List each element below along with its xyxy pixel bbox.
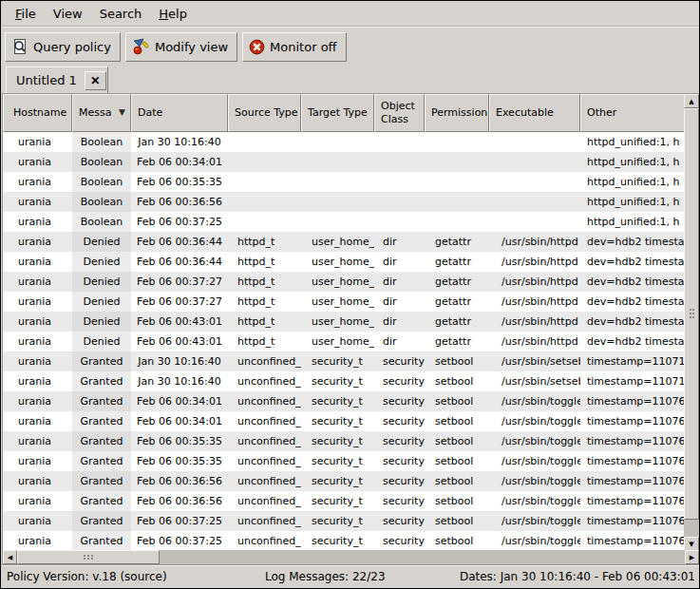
cell-hostname: urania: [3, 252, 72, 272]
column-header-target[interactable]: Target Type: [301, 94, 374, 132]
table-row[interactable]: uraniaGrantedFeb 06 00:36:56unconfined_s…: [3, 491, 686, 511]
modify-view-icon: [132, 38, 150, 55]
cell-message: Boolean: [72, 132, 131, 152]
cell-message: Boolean: [72, 152, 131, 172]
thumb-grip: [690, 309, 694, 319]
column-header-object[interactable]: Object Class: [374, 94, 425, 132]
monitor-off-label: Monitor off: [270, 40, 336, 54]
column-header-hostname[interactable]: Hostname: [3, 94, 72, 132]
column-header-other[interactable]: Other: [580, 94, 686, 132]
column-header-label: Messa: [79, 106, 111, 120]
column-header-executable[interactable]: Executable: [489, 94, 580, 132]
column-header-message[interactable]: Messa▼: [72, 94, 131, 132]
monitor-off-button[interactable]: Monitor off: [242, 32, 346, 62]
scroll-right-button[interactable]: ▶: [685, 550, 699, 564]
cell-target: user_home_: [301, 312, 374, 332]
table-row[interactable]: uraniaGrantedFeb 06 00:35:35unconfined_s…: [3, 431, 686, 451]
cell-permission: getattr: [425, 272, 489, 292]
column-header-label: Object Class: [381, 100, 422, 126]
app-window: File View Search Help Query policy: [0, 0, 700, 589]
column-header-label: Executable: [496, 106, 554, 120]
tab-untitled-1[interactable]: Untitled 1 ✕: [6, 66, 108, 93]
scroll-left-button[interactable]: ◀: [3, 550, 17, 564]
table-row[interactable]: uraniaDeniedFeb 06 00:36:44httpd_tuser_h…: [3, 252, 686, 272]
column-header-date[interactable]: Date: [131, 94, 228, 132]
scroll-left-icon: ◀: [8, 554, 12, 561]
table-row[interactable]: uraniaBooleanFeb 06 00:35:35httpd_unifie…: [3, 172, 686, 192]
cell-permission: setbool: [425, 391, 489, 411]
cell-target: security_t: [301, 391, 374, 411]
menu-file[interactable]: File: [7, 3, 45, 25]
table-row[interactable]: uraniaGrantedFeb 06 00:37:25unconfined_s…: [3, 511, 686, 531]
cell-hostname: urania: [3, 232, 72, 252]
cell-other: timestamp=11076: [580, 471, 686, 491]
table-row[interactable]: uraniaGrantedFeb 06 00:35:35unconfined_s…: [3, 451, 686, 471]
cell-hostname: urania: [3, 312, 72, 332]
cell-date: Jan 30 10:16:40: [131, 352, 228, 371]
cell-message: Denied: [72, 292, 131, 312]
cell-other: timestamp=11076: [580, 511, 686, 531]
cell-message: Boolean: [72, 192, 131, 212]
table-row[interactable]: uraniaDeniedFeb 06 00:36:44httpd_tuser_h…: [3, 232, 686, 252]
cell-object: dir: [374, 292, 425, 312]
cell-target: [301, 192, 374, 212]
cell-message: Granted: [72, 451, 131, 471]
table-row[interactable]: uraniaDeniedFeb 06 00:37:27httpd_tuser_h…: [3, 292, 686, 312]
column-header-label: Other: [587, 106, 616, 120]
cell-message: Granted: [72, 391, 131, 411]
query-policy-icon: [11, 38, 28, 55]
table-row[interactable]: uraniaGrantedFeb 06 00:34:01unconfined_s…: [3, 391, 686, 411]
column-header-permission[interactable]: Permission: [425, 94, 489, 132]
menu-help[interactable]: Help: [150, 3, 196, 25]
cell-date: Feb 06 00:34:01: [131, 152, 228, 172]
cell-hostname: urania: [3, 192, 72, 212]
tab-close-button[interactable]: ✕: [85, 71, 106, 90]
cell-other: dev=hdb2 timesta: [580, 312, 686, 332]
query-policy-button[interactable]: Query policy: [5, 32, 121, 62]
table-row[interactable]: uraniaBooleanFeb 06 00:34:01httpd_unifie…: [3, 152, 686, 172]
cell-hostname: urania: [3, 471, 72, 491]
column-header-source[interactable]: Source Type: [228, 94, 301, 132]
table-row[interactable]: uraniaGrantedFeb 06 00:36:56unconfined_s…: [3, 471, 686, 491]
scroll-up-button[interactable]: ▲: [684, 94, 699, 108]
vertical-scrollbar[interactable]: ▲ ▼: [684, 94, 699, 551]
table-row[interactable]: uraniaGrantedJan 30 10:16:40unconfined_s…: [3, 371, 686, 391]
close-icon: ✕: [90, 74, 100, 87]
table-row[interactable]: uraniaDeniedFeb 06 00:37:27httpd_tuser_h…: [3, 272, 686, 292]
cell-source: unconfined_: [228, 352, 301, 371]
cell-source: unconfined_: [228, 371, 301, 391]
cell-hostname: urania: [3, 172, 72, 192]
table-row[interactable]: uraniaBooleanFeb 06 00:36:56httpd_unifie…: [3, 192, 686, 212]
modify-view-button[interactable]: Modify view: [125, 32, 237, 62]
cell-other: timestamp=11071: [580, 352, 686, 371]
table-row[interactable]: uraniaBooleanJan 30 10:16:40httpd_unifie…: [3, 132, 686, 152]
cell-permission: setbool: [425, 411, 489, 431]
cell-object: dir: [374, 252, 425, 272]
table-row[interactable]: uraniaDeniedFeb 06 00:43:01httpd_tuser_h…: [3, 332, 686, 352]
table-row[interactable]: uraniaGrantedFeb 06 00:34:01unconfined_s…: [3, 411, 686, 431]
cell-source: httpd_t: [228, 232, 301, 252]
cell-message: Granted: [72, 352, 131, 371]
cell-target: [301, 132, 374, 152]
cell-object: dir: [374, 312, 425, 332]
menu-search[interactable]: Search: [91, 3, 151, 25]
column-header-label: Hostname: [13, 106, 66, 120]
table-row[interactable]: uraniaGrantedJan 30 10:16:40unconfined_s…: [3, 352, 686, 371]
cell-source: unconfined_: [228, 491, 301, 511]
cell-permission: [425, 152, 489, 172]
column-header-label: Source Type: [235, 106, 298, 120]
cell-executable: [489, 192, 580, 212]
table-row[interactable]: uraniaBooleanFeb 06 00:37:25httpd_unifie…: [3, 212, 686, 232]
cell-other: timestamp=11071: [580, 371, 686, 391]
scroll-down-button[interactable]: ▼: [684, 537, 699, 551]
horizontal-scrollbar-thumb[interactable]: [17, 550, 160, 564]
table-row[interactable]: uraniaDeniedFeb 06 00:43:01httpd_tuser_h…: [3, 312, 686, 332]
cell-executable: /usr/sbin/toggle: [489, 471, 580, 491]
horizontal-scrollbar[interactable]: ◀ ▶: [3, 550, 699, 564]
table-row[interactable]: uraniaGrantedFeb 06 00:37:25unconfined_s…: [3, 531, 686, 551]
cell-permission: setbool: [425, 451, 489, 471]
menu-view[interactable]: View: [45, 3, 91, 25]
vertical-scrollbar-thumb[interactable]: [684, 108, 699, 520]
sort-desc-icon: ▼: [119, 107, 125, 118]
cell-hostname: urania: [3, 391, 72, 411]
